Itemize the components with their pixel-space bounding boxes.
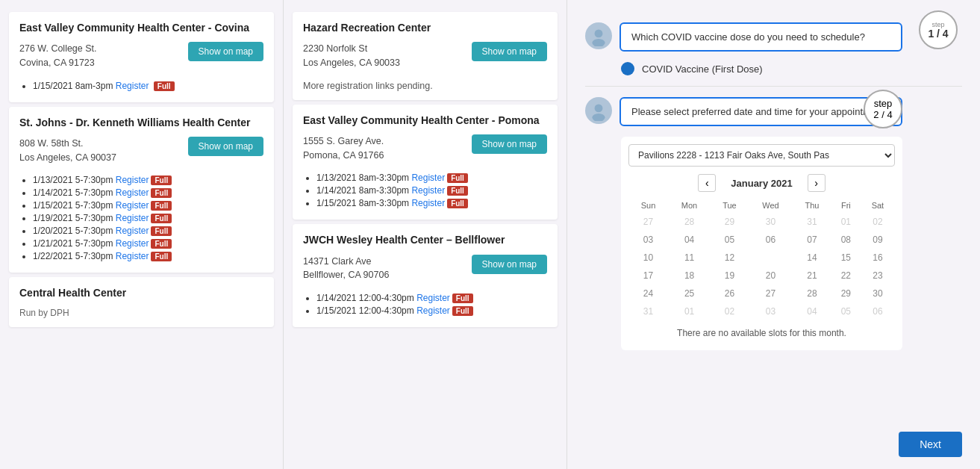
calendar-day[interactable]: 18 [668,267,711,285]
calendar-day[interactable]: 25 [668,285,711,302]
step-label: step [874,98,893,109]
slot-item: 1/15/2021 5-7:30pm RegisterFull [33,200,263,211]
calendar-day[interactable]: 23 [861,267,895,285]
calendar-day[interactable]: 02 [861,213,895,231]
location-address: 2230 Norfolk St Los Angeles, CA 90033 [303,42,400,70]
calendar-day[interactable]: 15 [831,249,861,267]
calendar-day[interactable]: 26 [711,285,749,302]
location-select[interactable]: Pavilions 2228 - 1213 Fair Oaks Ave, Sou… [628,144,895,167]
location-subtitle: Run by DPH [19,308,263,318]
vaccine-option[interactable]: COVID Vaccine (First Dose) [621,62,962,75]
calendar-day[interactable]: 08 [831,231,861,249]
register-link[interactable]: Register [116,213,149,223]
day-header-thu: Thu [793,198,831,213]
calendar-day[interactable]: 28 [793,285,831,302]
slot-item: 1/13/2021 8am-3:30pm RegisterFull [316,173,547,183]
register-link[interactable]: Register [116,251,149,261]
full-badge: Full [151,176,172,185]
calendar-day[interactable]: 24 [628,285,668,302]
step2-indicator: step 2 / 4 [864,90,902,128]
day-header-wed: Wed [749,198,793,213]
location-name: St. Johns - Dr. Kenneth Williams Health … [19,116,263,129]
location-card-st-johns: St. Johns - Dr. Kenneth Williams Health … [9,107,274,273]
show-map-button[interactable]: Show on map [472,42,547,61]
location-address: 808 W. 58th St. Los Angeles, CA 90037 [19,137,116,165]
slot-item: 1/15/2021 8am-3:30pm RegisterFull [316,198,547,208]
calendar-day[interactable]: 27 [628,213,668,231]
next-button[interactable]: Next [899,432,962,457]
register-link[interactable]: Register [116,200,149,211]
calendar-day[interactable]: 28 [668,213,711,231]
middle-location-panel: Hazard Recreation Center 2230 Norfolk St… [284,0,567,469]
right-scheduler-panel: step 1 / 4 Which COVID vaccine dose do y… [567,0,980,469]
calendar-day[interactable]: 06 [749,231,793,249]
calendar-day[interactable]: 10 [628,249,668,267]
calendar-day[interactable]: 01 [668,302,711,320]
calendar-day[interactable]: 31 [628,302,668,320]
location-name: East Valley Community Health Center - Co… [19,21,263,34]
calendar-day[interactable]: 17 [628,267,668,285]
slot-item: 1/15/2021 8am-3pm Register Full [33,81,263,91]
calendar-day[interactable]: 12 [711,249,749,267]
calendar-day[interactable]: 29 [831,285,861,302]
calendar-day[interactable] [749,249,793,267]
show-map-button[interactable]: Show on map [188,137,263,156]
location-address: 1555 S. Garey Ave. Pomona, CA 91766 [303,134,384,163]
calendar-day[interactable]: 04 [793,302,831,320]
calendar-day[interactable]: 03 [628,231,668,249]
location-card-central-health: Central Health Center Run by DPH [9,277,274,326]
register-link[interactable]: Register [116,226,149,236]
register-link[interactable]: Register [416,293,450,303]
calendar-section: Pavilions 2228 - 1213 Fair Oaks Ave, Sou… [621,137,902,350]
show-map-button[interactable]: Show on map [472,255,547,274]
calendar-day[interactable]: 14 [793,249,831,267]
calendar-day[interactable]: 30 [861,285,895,302]
register-link[interactable]: Register [116,81,149,91]
slot-item: 1/19/2021 5-7:30pm RegisterFull [33,213,263,223]
calendar-day[interactable]: 06 [861,302,895,320]
calendar-day[interactable]: 11 [668,249,711,267]
calendar-next-button[interactable]: › [808,174,825,192]
calendar-prev-button[interactable]: ‹ [698,174,716,192]
step2-question-box: Please select preferred date and time fo… [619,97,902,126]
register-link[interactable]: Register [411,173,445,183]
full-badge: Full [151,214,172,223]
step1-question-row: Which COVID vaccine dose do you need to … [585,22,902,52]
slot-item: 1/21/2021 5-7:30pm RegisterFull [33,238,263,249]
calendar-day[interactable]: 20 [749,267,793,285]
more-links-text: More registration links pending. [303,81,547,91]
calendar-day[interactable]: 02 [711,302,749,320]
register-link[interactable]: Register [116,187,149,198]
calendar-day[interactable]: 27 [749,285,793,302]
calendar-day[interactable]: 31 [793,213,831,231]
location-address: 276 W. College St. Covina, CA 91723 [19,42,97,70]
register-link[interactable]: Register [411,185,445,196]
calendar-day[interactable]: 21 [793,267,831,285]
step1-question-box: Which COVID vaccine dose do you need to … [619,22,902,52]
calendar-day[interactable]: 03 [749,302,793,320]
register-link[interactable]: Register [116,238,149,249]
calendar-day[interactable]: 05 [711,231,749,249]
calendar-day[interactable]: 07 [793,231,831,249]
register-link[interactable]: Register [411,198,445,208]
calendar-day[interactable]: 05 [831,302,861,320]
calendar-day[interactable]: 04 [668,231,711,249]
register-link[interactable]: Register [116,175,149,185]
calendar-day[interactable]: 01 [831,213,861,231]
show-map-button[interactable]: Show on map [188,42,263,61]
full-badge: Full [447,186,468,196]
show-map-button[interactable]: Show on map [472,134,547,154]
svg-point-0 [595,29,603,37]
calendar-day[interactable]: 30 [749,213,793,231]
calendar-day[interactable]: 09 [861,231,895,249]
register-link[interactable]: Register [416,305,450,316]
calendar-day[interactable]: 29 [711,213,749,231]
full-badge: Full [151,201,172,211]
left-location-panel: East Valley Community Health Center - Co… [0,0,284,469]
calendar-day[interactable]: 16 [861,249,895,267]
calendar-header: ‹ January 2021 › [628,174,895,192]
step-number: 1 / 4 [928,28,948,39]
calendar-day[interactable]: 19 [711,267,749,285]
slot-item: 1/20/2021 5-7:30pm RegisterFull [33,226,263,236]
calendar-day[interactable]: 22 [831,267,861,285]
